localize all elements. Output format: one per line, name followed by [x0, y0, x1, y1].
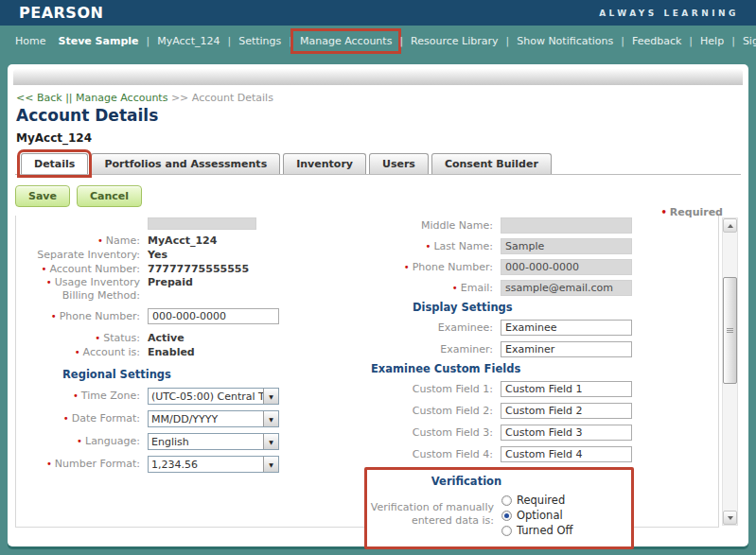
nav-resource-library-link[interactable]: Resource Library: [404, 35, 504, 47]
display-settings-header: Display Settings: [413, 301, 644, 314]
name-label: Name:: [106, 234, 140, 247]
scrollbar-thumb[interactable]: [723, 277, 737, 384]
verification-label: Verification of manually entered data is…: [367, 501, 501, 528]
required-marker-icon: •: [46, 459, 52, 469]
status-label: Status:: [103, 332, 140, 344]
email-label: Email:: [461, 282, 493, 294]
email-input: [501, 280, 632, 296]
dropdown-arrow-icon[interactable]: ▼: [263, 457, 278, 472]
phone-number-input[interactable]: [148, 308, 279, 324]
custom-field-3-row: Custom Field 3:: [360, 425, 644, 441]
custom-field-4-label: Custom Field 4:: [360, 448, 501, 461]
billing-method-label: Usage Inventory Billing Method:: [55, 276, 140, 302]
right-phone-input: [501, 259, 632, 275]
tab-portfolios-and-assessments[interactable]: Portfolios and Assessments: [91, 153, 280, 174]
status-row: •Status: Active: [16, 331, 311, 345]
radio-required[interactable]: [501, 495, 512, 506]
tab-inventory[interactable]: Inventory: [283, 153, 366, 174]
custom-field-2-input[interactable]: [501, 403, 632, 419]
page-title: Account Details: [16, 106, 158, 125]
status-value: Active: [148, 332, 185, 344]
middle-name-input: [501, 217, 632, 234]
billing-method-value: Prepaid: [148, 276, 193, 288]
form-scroll-area: •Name: MyAcct_124 Separate Inventory: Ye…: [15, 216, 719, 528]
custom-field-4-row: Custom Field 4:: [360, 446, 644, 462]
date-format-value: MM/DD/YYYY: [149, 411, 263, 426]
right-phone-row: •Phone Number:: [360, 259, 644, 275]
required-marker-icon: •: [452, 283, 458, 293]
required-marker-icon: •: [73, 390, 79, 401]
verification-option-turned-off[interactable]: Turned Off: [501, 524, 572, 537]
custom-field-1-input[interactable]: [501, 381, 632, 397]
name-value: MyAcct_124: [148, 234, 217, 247]
nav-home-link[interactable]: Home: [9, 35, 51, 47]
last-name-label: Last Name:: [433, 240, 493, 252]
language-select[interactable]: English ▼: [148, 433, 279, 450]
required-marker-icon: •: [95, 333, 100, 343]
scrollbar-up-icon[interactable]: [723, 218, 737, 233]
number-format-row: •Number Format: 1,234.56 ▼: [16, 456, 311, 473]
hidden-disabled-field: [148, 217, 256, 230]
nav-account-link[interactable]: MyAcct_124: [150, 35, 226, 47]
breadcrumb-back-link[interactable]: << Back: [16, 92, 62, 104]
required-marker-icon: •: [426, 241, 431, 251]
app-header: PEARSON ALWAYS LEARNING: [0, 0, 756, 26]
radio-turned-off-label: Turned Off: [517, 524, 572, 537]
middle-name-row: Middle Name:: [360, 217, 644, 234]
cancel-button[interactable]: Cancel: [77, 185, 142, 207]
vertical-scrollbar[interactable]: [722, 217, 738, 526]
save-button[interactable]: Save: [15, 185, 70, 207]
radio-optional-label: Optional: [517, 509, 563, 522]
nav-help-link[interactable]: Help: [694, 35, 730, 47]
time-zone-label: Time Zone:: [81, 390, 140, 402]
nav-sign-out-link[interactable]: Sign Out: [736, 35, 756, 47]
verification-section: Verification Verification of manually en…: [364, 467, 634, 549]
number-format-value: 1,234.56: [149, 457, 263, 472]
required-marker-icon: •: [97, 235, 103, 246]
tab-consent-builder[interactable]: Consent Builder: [431, 153, 552, 174]
nav-show-notifications-link[interactable]: Show Notifications: [510, 35, 620, 47]
date-format-label: Date Format:: [72, 412, 140, 425]
examiner-input[interactable]: [501, 341, 632, 357]
radio-turned-off[interactable]: [501, 526, 512, 536]
email-row: •Email:: [360, 280, 644, 296]
examinee-label: Examinee:: [360, 321, 501, 335]
custom-field-4-input[interactable]: [501, 446, 632, 462]
examinee-row: Examinee:: [360, 320, 644, 336]
number-format-label: Number Format:: [55, 458, 140, 470]
time-zone-select[interactable]: (UTC-05:00) Central Tim ▼: [148, 388, 279, 405]
custom-field-2-label: Custom Field 2:: [360, 405, 501, 418]
tab-users[interactable]: Users: [369, 153, 429, 174]
right-phone-label: Phone Number:: [413, 261, 493, 273]
examiner-label: Examiner:: [360, 343, 501, 356]
verification-option-optional[interactable]: Optional: [501, 509, 572, 522]
breadcrumb-manage-accounts-link[interactable]: Manage Accounts: [76, 92, 167, 104]
custom-field-3-label: Custom Field 3:: [360, 426, 501, 440]
breadcrumb-arrow: >>: [171, 92, 188, 104]
required-marker-icon: •: [41, 264, 46, 274]
action-buttons: Save Cancel: [15, 185, 142, 207]
required-marker-icon: •: [75, 347, 80, 357]
examinee-input[interactable]: [501, 320, 632, 336]
tab-details[interactable]: Details: [21, 153, 88, 174]
time-zone-row: •Time Zone: (UTC-05:00) Central Tim ▼: [16, 388, 311, 405]
scrollbar-grip-icon: [727, 328, 733, 334]
nav-feedback-link[interactable]: Feedback: [625, 35, 688, 47]
date-format-select[interactable]: MM/DD/YYYY ▼: [148, 410, 279, 427]
nav-links-group: Steve Sample | MyAcct_124 | Settings | M…: [51, 31, 756, 51]
number-format-select[interactable]: 1,234.56 ▼: [148, 456, 279, 473]
dropdown-arrow-icon[interactable]: ▼: [263, 389, 278, 404]
verification-option-required[interactable]: Required: [501, 494, 572, 507]
dropdown-arrow-icon[interactable]: ▼: [263, 434, 278, 449]
language-value: English: [149, 434, 263, 449]
custom-field-3-input[interactable]: [501, 425, 632, 441]
dropdown-arrow-icon[interactable]: ▼: [263, 411, 278, 426]
scrollbar-down-icon[interactable]: [723, 511, 737, 525]
verification-header: Verification: [367, 475, 566, 488]
account-name-subtitle: MyAcct_124: [16, 131, 92, 145]
radio-optional[interactable]: [501, 511, 512, 521]
panel-header-strip: [13, 69, 743, 85]
nav-manage-accounts-link[interactable]: Manage Accounts: [293, 31, 398, 51]
nav-settings-link[interactable]: Settings: [232, 35, 288, 47]
nav-user-name[interactable]: Steve Sample: [51, 35, 145, 47]
